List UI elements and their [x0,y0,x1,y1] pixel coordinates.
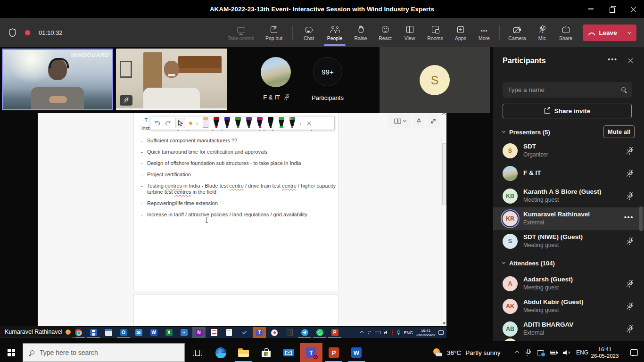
taskbar-search-box[interactable] [23,343,185,362]
todo-icon[interactable] [238,327,251,338]
share-button[interactable]: Share [553,18,578,47]
tray-chevron-icon[interactable] [515,351,519,354]
rooms-button[interactable]: Rooms [422,18,448,47]
highlighter-green[interactable] [278,117,285,129]
redo-icon[interactable] [165,120,171,126]
outlook-icon[interactable]: O [117,327,130,338]
participant-row[interactable]: F & IT [493,162,644,185]
mic-off-icon[interactable] [627,147,633,156]
telegram-icon[interactable] [298,327,311,338]
panel-scrollbar-thumb[interactable] [639,206,643,231]
file-explorer-icon[interactable] [232,343,255,362]
mic-off-icon[interactable] [627,280,633,289]
raise-hand-button[interactable]: Raise [348,18,373,47]
close-annotation-icon[interactable] [307,121,312,125]
calculator-icon[interactable] [283,327,296,338]
overflow-participants-bubble[interactable]: 99+ [313,57,342,86]
speaker-icon[interactable] [384,330,389,335]
eraser-tool[interactable] [202,117,209,129]
scroll-left-chevron[interactable]: ‹ [196,120,198,126]
participant-search-box[interactable] [503,82,632,98]
react-button[interactable]: React [373,18,397,47]
pen-red[interactable] [213,117,220,129]
keyboard-icon[interactable] [375,331,380,334]
volume-muted-icon[interactable]: × [563,350,570,355]
document-scrollbar[interactable] [441,138,446,326]
people-button[interactable]: People [321,18,348,47]
participant-row[interactable]: S SDT (NIWE) (Guest) Meeting guest [493,230,644,253]
participant-row[interactable]: AK Abdul Kabir (Guest) Meeting guest [493,295,644,318]
panel-close-icon[interactable] [628,57,634,65]
participant-row-partial[interactable] [493,340,644,341]
mic-off-icon[interactable] [627,303,633,312]
mic-off-icon[interactable] [627,192,633,202]
mute-all-button[interactable]: Mute all [603,125,635,138]
camera-button[interactable]: Camera [504,18,531,47]
tray-chevron-icon[interactable] [360,331,363,334]
participant-row[interactable]: S SDT Organizer [493,140,644,162]
search-input[interactable] [508,86,618,93]
pen-black[interactable] [267,117,274,129]
pen-green[interactable] [234,117,241,129]
layout-button[interactable] [388,114,411,128]
language-indicator[interactable]: ENG [576,349,588,356]
participant-row-selected[interactable]: KR Kumaravel Rathinavel External ••• [493,207,644,230]
video-tile-sdt[interactable]: S [380,47,490,113]
scrollbar-thumb[interactable] [442,143,446,205]
pen-multicolor[interactable] [289,117,296,129]
leave-button[interactable]: Leave [583,25,636,41]
mail-icon[interactable] [277,343,300,362]
expand-button[interactable] [427,114,439,128]
take-control-button[interactable]: Take control [223,18,259,47]
notes-app-icon[interactable] [207,327,221,338]
attendees-section-header[interactable]: Attendees (104) [503,256,635,270]
word-icon[interactable]: W [147,327,160,338]
pen-blue[interactable] [223,117,231,129]
share-invite-button[interactable]: Share invite [503,104,632,118]
close-button[interactable] [623,0,644,18]
mail-app-icon[interactable]: ✉ [132,327,145,338]
undo-icon[interactable] [154,120,161,126]
mic-button[interactable]: Mic [531,18,553,47]
restore-button[interactable] [602,0,623,18]
scroll-down-icon[interactable] [443,322,446,325]
language-indicator[interactable]: ENG [404,330,413,335]
apps-button[interactable]: Apps [448,18,473,47]
more-button[interactable]: ••• More [473,18,495,47]
word-icon[interactable]: W [345,343,368,362]
video-tile-participant[interactable] [116,49,227,110]
start-button[interactable] [0,343,23,362]
notification-icon[interactable] [438,330,444,335]
avatar-f-and-it[interactable] [261,57,291,87]
minimize-button[interactable] [580,0,602,18]
pen-purple[interactable] [245,117,252,129]
powerpoint-icon[interactable]: P [328,327,341,338]
leave-options-chevron-icon[interactable] [627,30,631,34]
microsoft-store-icon[interactable] [255,343,277,362]
row-more-options-icon[interactable]: ••• [624,213,634,221]
participant-row[interactable]: KB Karanth A S Blore (Guest) Meeting gue… [493,185,644,207]
save-app-icon[interactable] [87,327,100,338]
video-tile-active-speaker[interactable]: WINDGUARD [2,49,113,110]
view-button[interactable]: View [397,18,422,47]
snip-tool-icon[interactable] [268,327,281,338]
powerpoint-icon[interactable]: P [322,343,345,362]
laser-pointer-button[interactable] [413,114,425,128]
participant-row[interactable]: A Aadarsh (Guest) Meeting guest [493,272,644,295]
action-center-button[interactable] [627,343,641,362]
edge-icon[interactable] [209,343,232,362]
battery-icon[interactable] [550,351,557,354]
pin-icon[interactable] [396,330,400,335]
wifi-icon[interactable] [366,330,372,335]
teams-icon[interactable]: T [300,343,322,362]
shared-clock[interactable]: 16:41 26/05/2023 [416,329,435,337]
mic-icon[interactable] [525,349,531,356]
task-view-button[interactable] [187,343,208,362]
presenters-section-header[interactable]: Presenters (5) Mute all [503,125,635,139]
calendar-icon[interactable] [102,327,115,338]
mic-off-icon[interactable] [627,325,633,335]
screen-share-indicator-icon[interactable] [537,350,544,355]
teams-app-icon[interactable]: T [253,327,266,338]
onenote-icon[interactable]: N [192,327,206,338]
notepad-icon[interactable] [223,327,236,338]
